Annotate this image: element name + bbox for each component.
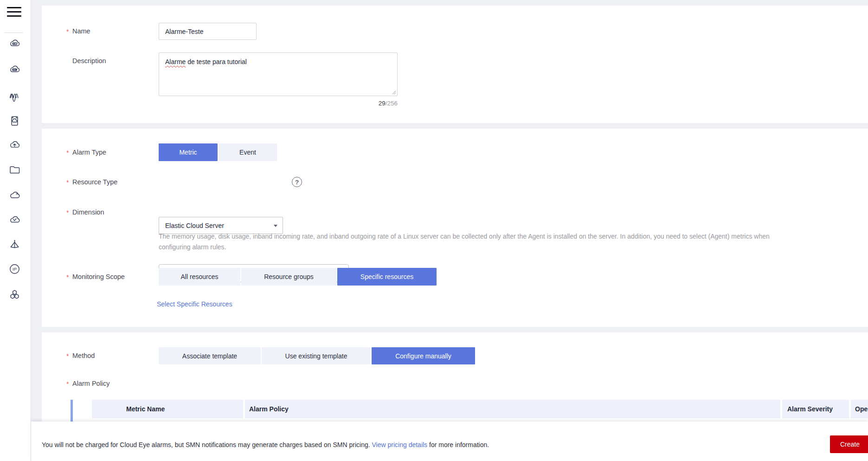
dimension-label: Dimension: [72, 208, 104, 217]
obs-cloud-icon[interactable]: [8, 189, 21, 201]
method-configure-manually-button[interactable]: Configure manually: [372, 347, 475, 364]
method-label: Method: [72, 352, 95, 360]
scope-all-resources-button[interactable]: All resources: [159, 268, 240, 286]
name-label: Name: [72, 27, 90, 36]
alarm-type-event-button[interactable]: Event: [219, 143, 277, 161]
eip-icon[interactable]: IP: [8, 263, 21, 275]
col-header-alarm-severity: Alarm Severity: [782, 400, 849, 418]
char-counter: 29/256: [159, 100, 398, 107]
folder-icon[interactable]: [8, 163, 21, 176]
evs-icon[interactable]: [8, 115, 21, 127]
table-accent-bar: [71, 400, 73, 424]
select-specific-resources-link[interactable]: Select Specific Resources: [157, 300, 232, 308]
col-header-alarm-policy: Alarm Policy: [245, 400, 780, 418]
alarm-type-metric-button[interactable]: Metric: [159, 143, 218, 161]
create-button[interactable]: Create: [830, 435, 868, 453]
help-icon[interactable]: ?: [292, 177, 302, 187]
view-pricing-details-link[interactable]: View pricing details: [372, 441, 428, 448]
autoscaling-icon[interactable]: [8, 89, 21, 102]
method-use-existing-template-button[interactable]: Use existing template: [262, 347, 371, 364]
bms-icon[interactable]: [8, 63, 21, 76]
dimension-note: The memory usage, disk usage, inband inc…: [159, 231, 770, 253]
description-textarea[interactable]: Alarme de teste para tutorial: [159, 52, 398, 96]
alarm-type-label: Alarm Type: [72, 149, 106, 157]
pricing-notice: You will not be charged for Cloud Eye al…: [42, 441, 489, 448]
create-alarm-rule-page: IP Name Alarme-Teste Description Alarme …: [0, 0, 868, 461]
vpc-cloud-icon[interactable]: [8, 214, 21, 226]
bottom-action-bar: You will not be charged for Cloud Eye al…: [31, 422, 868, 461]
col-header-metric-name: Metric Name: [92, 400, 243, 418]
resource-type-label: Resource Type: [72, 178, 117, 187]
name-input[interactable]: Alarme-Teste: [159, 23, 257, 40]
direct-connect-icon[interactable]: [8, 238, 21, 251]
col-header-operation: Ope: [851, 400, 868, 418]
eip-label: IP: [13, 266, 17, 272]
scope-specific-resources-button[interactable]: Specific resources: [337, 268, 437, 286]
misspelled-word: Alarme: [165, 58, 186, 65]
alarm-policy-label: Alarm Policy: [72, 380, 110, 388]
name-value: Alarme-Teste: [165, 28, 203, 35]
sidebar-divider: [4, 32, 23, 33]
cluster-icon[interactable]: [8, 288, 21, 301]
scope-resource-groups-button[interactable]: Resource groups: [241, 268, 336, 286]
description-value: Alarme de teste para tutorial: [165, 58, 247, 66]
method-associate-template-button[interactable]: Associate template: [159, 347, 261, 364]
monitoring-scope-label: Monitoring Scope: [72, 273, 125, 281]
ecs-icon[interactable]: [8, 37, 21, 50]
service-sidebar: IP: [0, 0, 31, 461]
cloud-backup-icon[interactable]: [8, 138, 21, 151]
resize-handle[interactable]: [391, 90, 396, 95]
chevron-down-icon: [274, 225, 277, 227]
description-label: Description: [72, 57, 106, 65]
resource-type-value: Elastic Cloud Server: [165, 222, 224, 229]
hamburger-menu-icon[interactable]: [7, 7, 21, 19]
